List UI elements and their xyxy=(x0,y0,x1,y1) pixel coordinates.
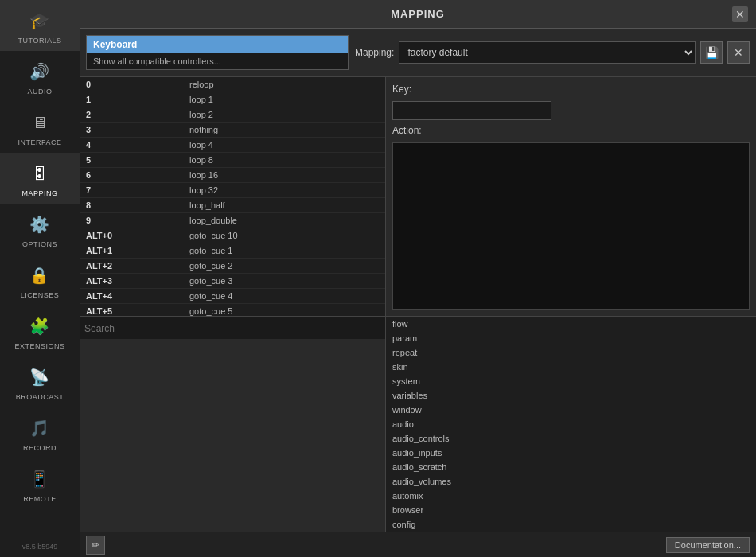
tutorials-icon: 🎓 xyxy=(25,6,54,35)
keyboard-selected[interactable]: Keyboard xyxy=(87,36,348,53)
table-row[interactable]: ALT+2goto_cue 2 xyxy=(80,259,385,274)
list-item[interactable]: audio_scratch xyxy=(386,460,571,474)
list-item[interactable]: audio xyxy=(386,417,571,431)
right-bottom-lists: flowparamrepeatskinsystemvariableswindow… xyxy=(386,317,756,532)
sidebar-item-licenses[interactable]: 🔒 LICENSES xyxy=(0,255,80,306)
table-cell-key: 1 xyxy=(80,92,183,107)
table-row[interactable]: 2loop 2 xyxy=(80,107,385,123)
table-row[interactable]: ALT+5goto_cue 5 xyxy=(80,304,385,317)
sidebar-label-interface: INTERFACE xyxy=(18,138,61,146)
list-item[interactable]: browser xyxy=(386,503,571,517)
table-cell-action: loop 1 xyxy=(183,92,385,107)
sidebar-item-mapping[interactable]: 🎛 MAPPING xyxy=(0,153,80,204)
search-bar xyxy=(80,317,385,339)
list-item[interactable]: skin xyxy=(386,360,571,374)
table-row[interactable]: 4loop 4 xyxy=(80,138,385,153)
key-input[interactable] xyxy=(392,101,551,120)
sidebar-item-extensions[interactable]: 🧩 EXTENSIONS xyxy=(0,306,80,356)
documentation-button[interactable]: Documentation... xyxy=(666,537,750,553)
list-item[interactable]: audio_inputs xyxy=(386,446,571,460)
table-cell-action: goto_cue 3 xyxy=(183,274,385,289)
remote-icon: 📱 xyxy=(25,465,54,493)
show-all-controllers[interactable]: Show all compatible controllers... xyxy=(87,53,348,69)
list-item[interactable]: variables xyxy=(386,388,571,403)
list-item[interactable]: param xyxy=(386,331,571,345)
close-button[interactable]: ✕ xyxy=(732,6,748,22)
sidebar-label-broadcast: BROADCAST xyxy=(16,393,64,401)
list-item[interactable]: window xyxy=(386,403,571,417)
table-cell-action: loop 32 xyxy=(183,183,385,198)
table-row[interactable]: ALT+1goto_cue 1 xyxy=(80,243,385,259)
sidebar-label-tutorials: TUTORIALS xyxy=(18,37,62,45)
list-item[interactable]: repeat xyxy=(386,345,571,360)
mapping-save-button[interactable]: 💾 xyxy=(700,41,723,64)
interface-icon: 🖥 xyxy=(25,108,54,137)
sidebar-item-options[interactable]: ⚙️ OPTIONS xyxy=(0,204,80,255)
table-cell-action: loop_half xyxy=(183,198,385,213)
table-row[interactable]: 8loop_half xyxy=(80,198,385,213)
main-content: MAPPING ✕ Keyboard Show all compatible c… xyxy=(80,0,756,557)
table-row[interactable]: 6loop 16 xyxy=(80,168,385,183)
table-row[interactable]: 0reloop xyxy=(80,77,385,92)
sidebar-item-interface[interactable]: 🖥 INTERFACE xyxy=(0,102,80,153)
sidebar-item-audio[interactable]: 🔊 AUDIO xyxy=(0,51,80,102)
table-cell-key: 8 xyxy=(80,198,183,213)
table-cell-action: goto_cue 4 xyxy=(183,289,385,304)
list-item[interactable]: flow xyxy=(386,317,571,331)
sidebar-label-remote: REMOTE xyxy=(23,495,57,503)
sidebar-label-mapping: MAPPING xyxy=(21,189,57,197)
table-cell-action: goto_cue 2 xyxy=(183,259,385,274)
table-row[interactable]: 1loop 1 xyxy=(80,92,385,107)
titlebar: MAPPING ✕ xyxy=(80,0,756,29)
mapping-label: Mapping: xyxy=(355,47,394,58)
sidebar-label-record: RECORD xyxy=(23,444,57,452)
table-row[interactable]: 5loop 8 xyxy=(80,153,385,168)
mapping-delete-button[interactable]: ✕ xyxy=(727,41,750,64)
sidebar-item-broadcast[interactable]: 📡 BROADCAST xyxy=(0,356,80,407)
left-list-area xyxy=(80,317,386,532)
list-item[interactable]: system xyxy=(386,374,571,388)
table-cell-action: goto_cue 10 xyxy=(183,228,385,243)
key-table-scroll[interactable]: 0reloop1loop 12loop 23nothing4loop 45loo… xyxy=(80,77,385,316)
table-cell-key: ALT+3 xyxy=(80,274,183,289)
table-row[interactable]: ALT+3goto_cue 3 xyxy=(80,274,385,289)
sidebar: 🎓 TUTORIALS 🔊 AUDIO 🖥 INTERFACE 🎛 MAPPIN… xyxy=(0,0,80,557)
list-item[interactable]: automix xyxy=(386,489,571,503)
sidebar-item-tutorials[interactable]: 🎓 TUTORIALS xyxy=(0,0,80,51)
broadcast-icon: 📡 xyxy=(25,363,54,391)
search-input[interactable] xyxy=(84,323,380,334)
list-item[interactable]: config xyxy=(386,517,571,532)
table-cell-action: goto_cue 1 xyxy=(183,243,385,259)
table-cell-action: reloop xyxy=(183,77,385,92)
right-sublist[interactable] xyxy=(571,317,756,532)
sidebar-item-record[interactable]: 🎵 RECORD xyxy=(0,407,80,458)
list-item[interactable]: audio_volumes xyxy=(386,474,571,489)
sidebar-item-remote[interactable]: 📱 REMOTE xyxy=(0,458,80,509)
table-row[interactable]: ALT+0goto_cue 10 xyxy=(80,228,385,243)
table-cell-key: ALT+0 xyxy=(80,228,183,243)
table-row[interactable]: 7loop 32 xyxy=(80,183,385,198)
table-row[interactable]: 3nothing xyxy=(80,123,385,138)
middle-section: 0reloop1loop 12loop 23nothing4loop 45loo… xyxy=(80,77,756,316)
extensions-icon: 🧩 xyxy=(25,312,54,341)
key-table-container: 0reloop1loop 12loop 23nothing4loop 45loo… xyxy=(80,77,386,316)
sidebar-label-licenses: LICENSES xyxy=(21,291,60,299)
sidebar-label-audio: AUDIO xyxy=(27,88,52,95)
table-cell-key: 7 xyxy=(80,183,183,198)
sidebar-label-options: OPTIONS xyxy=(22,240,57,248)
table-cell-action: loop_double xyxy=(183,213,385,228)
window-title: MAPPING xyxy=(391,8,445,20)
right-panel: Key: Action: xyxy=(386,77,756,316)
list-item[interactable]: audio_controls xyxy=(386,431,571,446)
table-row[interactable]: ALT+4goto_cue 4 xyxy=(80,289,385,304)
table-cell-key: 6 xyxy=(80,168,183,183)
keyboard-box: Keyboard Show all compatible controllers… xyxy=(86,35,349,70)
table-row[interactable]: 9loop_double xyxy=(80,213,385,228)
left-sublist[interactable]: flowparamrepeatskinsystemvariableswindow… xyxy=(386,317,571,532)
mapping-select[interactable]: factory default xyxy=(399,41,696,64)
table-cell-key: 3 xyxy=(80,123,183,138)
licenses-icon: 🔒 xyxy=(25,261,54,290)
edit-button[interactable]: ✏ xyxy=(86,536,105,555)
table-cell-key: 9 xyxy=(80,213,183,228)
table-cell-key: ALT+1 xyxy=(80,243,183,259)
